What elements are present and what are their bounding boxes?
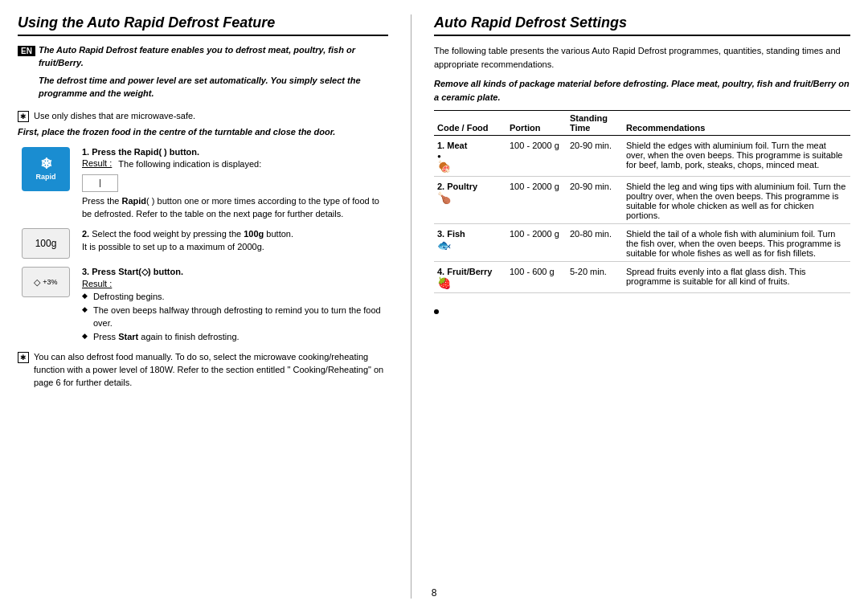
rapid-label: Rapid bbox=[35, 173, 55, 181]
left-column: Using the Auto Rapid Defrost Feature EN … bbox=[18, 14, 411, 599]
right-intro1: The following table presents the various… bbox=[434, 44, 850, 71]
food-icon-fruitberry: 🍓 bbox=[437, 276, 451, 289]
food-icon-poultry: 🍗 bbox=[437, 191, 451, 204]
step-1-result-label: Result : bbox=[82, 158, 112, 171]
page-number: 8 bbox=[432, 587, 437, 599]
microwave-note-row: ✱ Use only dishes that are microwave-saf… bbox=[18, 110, 388, 123]
step-3-bullets: Defrosting begins. The oven beeps halfwa… bbox=[82, 290, 388, 343]
table-row-fruitberry: 4. Fruit/Berry 🍓 100 - 600 g 5-20 min. S… bbox=[434, 262, 850, 293]
table-header: Code / Food Portion StandingTime Recomme… bbox=[434, 111, 850, 136]
bullet-dot-meat: ● bbox=[437, 153, 441, 160]
rec-meat: Shield the edges with aluminium foil. Tu… bbox=[623, 136, 850, 177]
th-portion: Portion bbox=[506, 111, 567, 136]
step-1-sub-text: Press the Rapid( ) button one or more ti… bbox=[82, 195, 388, 221]
standing-fruitberry: 5-20 min. bbox=[567, 262, 623, 293]
intro-line1: The Auto Rapid Defrost feature enables y… bbox=[39, 44, 388, 70]
food-icon-fish: 🐟 bbox=[437, 239, 451, 251]
right-intro2: Remove all kinds of package material bef… bbox=[434, 77, 850, 104]
weight-label: 100g bbox=[35, 238, 57, 249]
step-2-text: 2. Select the food weight by pressing th… bbox=[82, 228, 388, 254]
table-row-meat: 1. Meat ● 🍖 100 - 2000 g 20-90 min. Shie… bbox=[434, 136, 850, 177]
portion-meat: 100 - 2000 g bbox=[506, 136, 567, 177]
step-3-content: 3. Press Start(◇) button. Result : Defro… bbox=[82, 267, 388, 343]
bullet-1: Defrosting begins. bbox=[82, 290, 388, 304]
intro-line1-text: The Auto Rapid Defrost feature enables y… bbox=[39, 45, 355, 67]
manual-note-text: You can also defrost food manually. To d… bbox=[34, 351, 388, 390]
food-name-meat: 1. Meat bbox=[437, 141, 467, 150]
step-1-illustration: ❄ Rapid bbox=[18, 147, 74, 191]
rec-fish: Shield the tail of a whole fish with alu… bbox=[623, 224, 850, 262]
step-1-row: ❄ Rapid 1. Press the Rapid( ) button. Re… bbox=[18, 147, 388, 221]
step-1-content: 1. Press the Rapid( ) button. Result : T… bbox=[82, 147, 388, 221]
start-arrow: +3% bbox=[43, 278, 57, 286]
standing-meat: 20-90 min. bbox=[567, 136, 623, 177]
display-cursor: | bbox=[99, 178, 101, 187]
en-badge: EN bbox=[18, 46, 35, 56]
left-section-title: Using the Auto Rapid Defrost Feature bbox=[18, 14, 388, 36]
display-box: | bbox=[82, 174, 118, 192]
defrost-table: Code / Food Portion StandingTime Recomme… bbox=[434, 110, 850, 293]
steps-area: ❄ Rapid 1. Press the Rapid( ) button. Re… bbox=[18, 147, 388, 344]
bottom-dot bbox=[434, 309, 439, 314]
food-cell-fish: 3. Fish 🐟 bbox=[434, 224, 506, 262]
intro-line2-text: The defrost time and power level are set… bbox=[39, 76, 361, 98]
microwave-note-text: Use only dishes that are microwave-safe. bbox=[34, 110, 195, 123]
manual-note-row: ✱ You can also defrost food manually. To… bbox=[18, 351, 388, 390]
start-button-illustration: ◇ +3% bbox=[22, 267, 70, 297]
bottom-bullet-row bbox=[434, 306, 850, 314]
step-2-content: 2. Select the food weight by pressing th… bbox=[82, 228, 388, 254]
star-icon: ✱ bbox=[18, 111, 29, 122]
step-1-result-row: Result : The following indication is dis… bbox=[82, 158, 388, 171]
food-icon-meat: 🍖 bbox=[437, 160, 451, 173]
step-1-num-text: 1. bbox=[82, 147, 89, 157]
standing-poultry: 20-90 min. bbox=[567, 177, 623, 224]
food-name-fish: 3. Fish bbox=[437, 229, 465, 239]
table-row-poultry: 2. Poultry 🍗 100 - 2000 g 20-90 min. Shi… bbox=[434, 177, 850, 224]
step-2-row: 100g 2. Select the food weight by pressi… bbox=[18, 228, 388, 259]
bullet-2: The oven beeps halfway through defrostin… bbox=[82, 304, 388, 330]
th-food: Code / Food bbox=[434, 111, 506, 136]
right-section-title: Auto Rapid Defrost Settings bbox=[434, 14, 850, 36]
step-3-result-label: Result : bbox=[82, 279, 112, 288]
manual-star-icon: ✱ bbox=[18, 352, 29, 363]
rec-poultry: Shield the leg and wing tips with alumin… bbox=[623, 177, 850, 224]
weight-button-illustration: 100g bbox=[22, 228, 70, 259]
food-cell-fruitberry: 4. Fruit/Berry 🍓 bbox=[434, 262, 506, 293]
portion-fruitberry: 100 - 600 g bbox=[506, 262, 567, 293]
intro-line3: First, place the frozen food in the cent… bbox=[18, 126, 388, 139]
step-3-header: 3. Press Start(◇) button. bbox=[82, 267, 388, 277]
standing-fish: 20-80 min. bbox=[567, 224, 623, 262]
step-3-row: ◇ +3% 3. Press Start(◇) button. Result :… bbox=[18, 267, 388, 343]
start-icon: ◇ bbox=[34, 277, 40, 288]
step-2-illustration: 100g bbox=[18, 228, 74, 259]
rec-fruitberry: Spread fruits evenly into a flat glass d… bbox=[623, 262, 850, 293]
right-intro1-text: The following table presents the various… bbox=[434, 46, 841, 69]
table-header-row: Code / Food Portion StandingTime Recomme… bbox=[434, 111, 850, 136]
star-icon-symbol: ✱ bbox=[20, 112, 27, 121]
table-body: 1. Meat ● 🍖 100 - 2000 g 20-90 min. Shie… bbox=[434, 136, 850, 293]
food-cell-meat: 1. Meat ● 🍖 bbox=[434, 136, 506, 177]
rapid-button-illustration: ❄ Rapid bbox=[22, 147, 70, 191]
food-cell-poultry: 2. Poultry 🍗 bbox=[434, 177, 506, 224]
th-standing: StandingTime bbox=[567, 111, 623, 136]
portion-poultry: 100 - 2000 g bbox=[506, 177, 567, 224]
food-name-fruitberry: 4. Fruit/Berry bbox=[437, 267, 492, 276]
step-1-result-text: The following indication is displayed: bbox=[118, 158, 261, 171]
step-3-result-row: Result : bbox=[82, 279, 388, 288]
step-2-number: 2. bbox=[82, 229, 89, 239]
manual-star-symbol: ✱ bbox=[20, 353, 27, 362]
table-row-fish: 3. Fish 🐟 100 - 2000 g 20-80 min. Shield… bbox=[434, 224, 850, 262]
th-recommendations: Recommendations bbox=[623, 111, 850, 136]
portion-fish: 100 - 2000 g bbox=[506, 224, 567, 262]
step-3-illustration: ◇ +3% bbox=[18, 267, 74, 297]
food-name-poultry: 2. Poultry bbox=[437, 182, 477, 191]
intro-line2: The defrost time and power level are set… bbox=[39, 75, 388, 100]
rapid-icon: ❄ bbox=[40, 157, 52, 171]
bullet-3: Press Start again to finish defrosting. bbox=[82, 330, 388, 344]
right-column: Auto Rapid Defrost Settings The followin… bbox=[411, 14, 850, 599]
step-1-number: 1. Press the Rapid( ) button. bbox=[82, 147, 388, 157]
